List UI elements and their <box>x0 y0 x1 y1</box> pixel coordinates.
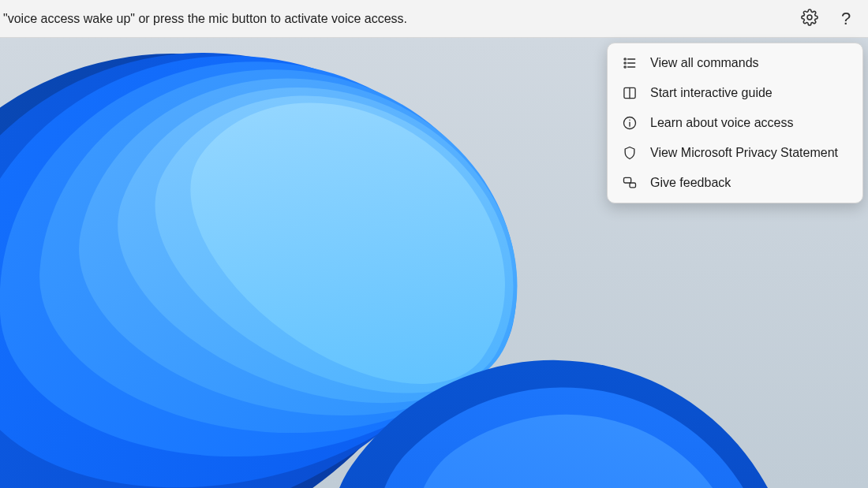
settings-button[interactable] <box>794 3 825 35</box>
svg-point-3 <box>624 62 626 64</box>
menu-item-view-all-commands[interactable]: View all commands <box>608 48 862 78</box>
menu-item-view-privacy-statement[interactable]: View Microsoft Privacy Statement <box>608 138 862 168</box>
help-button[interactable]: ? <box>830 3 862 35</box>
voice-access-bar: "voice access wake up" or press the mic … <box>0 0 868 38</box>
svg-rect-12 <box>624 177 631 183</box>
svg-rect-13 <box>630 183 636 188</box>
info-icon <box>622 115 638 131</box>
help-menu: View all commands Start interactive guid… <box>607 43 863 203</box>
svg-point-11 <box>629 120 630 121</box>
menu-item-label: Give feedback <box>650 176 731 190</box>
feedback-icon <box>622 175 638 191</box>
list-settings-icon <box>622 55 638 71</box>
voice-access-bar-buttons: ? <box>794 3 862 35</box>
wallpaper-flower-graphic <box>0 38 694 488</box>
svg-point-5 <box>624 66 626 68</box>
menu-item-label: Learn about voice access <box>650 116 793 130</box>
svg-point-1 <box>624 58 626 60</box>
menu-item-label: Start interactive guide <box>650 86 773 100</box>
menu-item-label: View all commands <box>650 56 759 70</box>
book-icon <box>622 85 638 101</box>
menu-item-learn-about-voice-access[interactable]: Learn about voice access <box>608 108 862 138</box>
voice-access-status-text: "voice access wake up" or press the mic … <box>3 12 794 26</box>
svg-point-0 <box>807 15 812 20</box>
shield-icon <box>622 145 638 161</box>
menu-item-give-feedback[interactable]: Give feedback <box>608 168 862 198</box>
help-icon: ? <box>841 9 851 29</box>
gear-icon <box>801 9 818 29</box>
menu-item-start-interactive-guide[interactable]: Start interactive guide <box>608 78 862 108</box>
menu-item-label: View Microsoft Privacy Statement <box>650 146 838 160</box>
